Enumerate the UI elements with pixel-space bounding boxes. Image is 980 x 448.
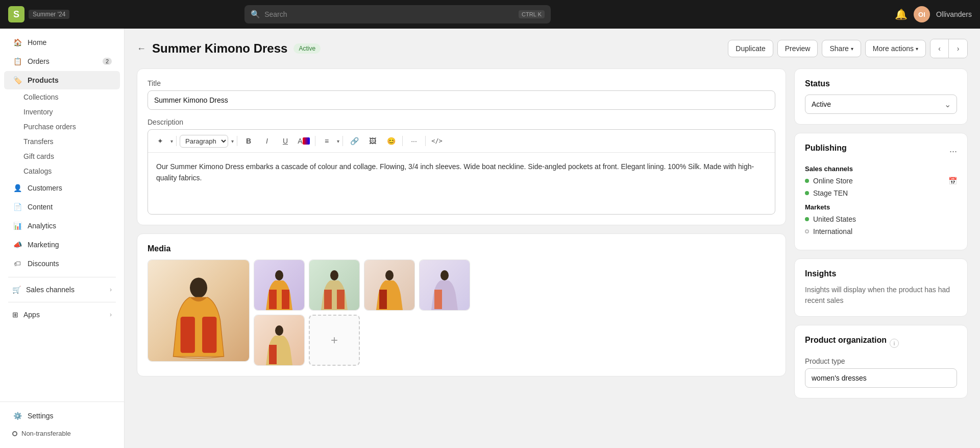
product-org-title: Product organization: [805, 336, 887, 345]
bold-button[interactable]: B: [240, 134, 257, 148]
link-button[interactable]: 🔗: [346, 134, 362, 148]
publishing-more-button[interactable]: ···: [949, 146, 957, 157]
sidebar-item-content[interactable]: 📄 Content: [4, 198, 120, 216]
share-chevron-icon: ▾: [851, 46, 853, 52]
sidebar-sub-catalogs[interactable]: Catalogs: [23, 164, 120, 178]
content-grid: Title Description ✦ ▾ Paragraph ▾: [137, 68, 968, 398]
sidebar-item-apps[interactable]: ⊞ Apps ›: [4, 306, 120, 323]
media-thumb-1[interactable]: [254, 260, 305, 311]
sidebar-item-settings[interactable]: ⚙️ Settings: [4, 407, 120, 425]
toolbar-separator-4: [342, 136, 343, 146]
sidebar-sub-gift-cards[interactable]: Gift cards: [23, 149, 120, 163]
orders-badge: 2: [103, 58, 112, 65]
sidebar-item-home[interactable]: 🏠 Home: [4, 33, 120, 52]
duplicate-button[interactable]: Duplicate: [728, 40, 773, 57]
status-title: Status: [805, 79, 957, 88]
add-media-icon: +: [331, 333, 338, 347]
svg-rect-10: [379, 290, 387, 309]
insights-title: Insights: [805, 269, 957, 278]
sidebar-divider-2: [8, 302, 116, 302]
sidebar-label-catalogs: Catalogs: [23, 167, 52, 175]
customers-icon: 👤: [12, 183, 22, 193]
sidebar-label-orders: Orders: [28, 57, 50, 65]
sidebar-sub-collections[interactable]: Collections: [23, 90, 120, 104]
status-select[interactable]: Active Draft Archived: [805, 95, 957, 114]
status-card: Status Active Draft Archived: [794, 68, 968, 125]
notification-bell-icon[interactable]: 🔔: [895, 8, 908, 20]
media-main-image[interactable]: [148, 260, 250, 362]
online-store-label: Online Store: [813, 177, 853, 185]
summer-badge: Summer '24: [29, 10, 69, 19]
header-actions: Duplicate Preview Share ▾ More actions ▾…: [728, 39, 968, 58]
search-bar[interactable]: 🔍 CTRL K: [244, 5, 551, 23]
shopify-icon: S: [8, 6, 24, 22]
publishing-header: Publishing ···: [805, 144, 957, 159]
right-column: Status Active Draft Archived Publishing …: [794, 68, 968, 398]
avatar: Ol: [914, 6, 930, 22]
align-button[interactable]: ≡: [318, 134, 335, 148]
apps-chevron-icon: ›: [110, 311, 112, 318]
more-button[interactable]: ···: [406, 134, 422, 148]
sidebar-sub-inventory[interactable]: Inventory: [23, 105, 120, 119]
non-transferable-dot-icon: [12, 431, 17, 436]
store-name: Ollivanders: [936, 10, 972, 18]
svg-point-9: [385, 270, 394, 280]
media-thumb-5[interactable]: [254, 315, 305, 366]
channel-stage-ten: Stage TEN: [805, 189, 957, 197]
sidebar-item-analytics[interactable]: 📊 Analytics: [4, 217, 120, 235]
emoji-button[interactable]: 😊: [383, 134, 399, 148]
sidebar-item-non-transferable[interactable]: Non-transferable: [4, 426, 120, 441]
underline-button[interactable]: U: [277, 134, 293, 148]
toolbar-separator-5: [402, 136, 403, 146]
sidebar-item-discounts[interactable]: 🏷 Discounts: [4, 254, 120, 273]
next-button[interactable]: ›: [949, 39, 967, 58]
sidebar-label-sales-channels: Sales channels: [26, 286, 75, 294]
media-thumb-4[interactable]: [419, 260, 470, 311]
media-label: Media: [148, 244, 775, 253]
media-add-button[interactable]: +: [309, 315, 360, 366]
stage-ten-active-dot: [805, 191, 809, 195]
preview-button[interactable]: Preview: [777, 40, 818, 57]
sidebar-label-apps: Apps: [23, 311, 40, 319]
description-text[interactable]: Our Summer Kimono Dress embarks a cascad…: [148, 153, 775, 214]
paragraph-select[interactable]: Paragraph: [180, 135, 228, 148]
sidebar-divider: [8, 277, 116, 277]
page-header: ← Summer Kimono Dress Active Duplicate P…: [137, 39, 968, 58]
sidebar-sub-transfers[interactable]: Transfers: [23, 134, 120, 149]
back-button[interactable]: ←: [137, 43, 146, 54]
code-button[interactable]: </>: [429, 134, 445, 148]
prev-button[interactable]: ‹: [930, 39, 949, 58]
magic-wand-button[interactable]: ✦: [152, 134, 168, 148]
search-input[interactable]: [264, 10, 514, 18]
us-label: United States: [813, 215, 856, 223]
svg-rect-8: [337, 290, 345, 309]
share-button[interactable]: Share ▾: [822, 40, 861, 57]
main-content: ← Summer Kimono Dress Active Duplicate P…: [125, 29, 980, 448]
settings-icon: ⚙️: [12, 411, 22, 421]
title-input[interactable]: [148, 90, 775, 110]
product-type-input[interactable]: [805, 368, 957, 388]
sidebar-item-products[interactable]: 🏷️ Products: [4, 71, 120, 89]
sidebar-label-discounts: Discounts: [28, 260, 59, 268]
media-thumb-3[interactable]: [364, 260, 415, 311]
image-button[interactable]: 🖼: [364, 134, 381, 148]
svg-rect-2: [202, 317, 216, 353]
svg-rect-4: [269, 290, 277, 309]
sidebar-item-marketing[interactable]: 📣 Marketing: [4, 235, 120, 254]
sidebar-label-analytics: Analytics: [28, 222, 56, 230]
font-color-button[interactable]: A: [296, 134, 312, 148]
color-swatch: [303, 137, 310, 145]
sidebar-item-sales-channels[interactable]: 🛒 Sales channels ›: [4, 281, 120, 298]
media-thumb-2[interactable]: [309, 260, 360, 311]
share-label: Share: [829, 44, 848, 53]
sidebar-item-customers[interactable]: 👤 Customers: [4, 179, 120, 197]
sidebar-sub-purchase-orders[interactable]: Purchase orders: [23, 120, 120, 134]
international-inactive-dot: [805, 229, 809, 233]
title-label: Title: [148, 79, 775, 87]
italic-button[interactable]: I: [259, 134, 275, 148]
status-select-wrapper: Active Draft Archived: [805, 95, 957, 114]
sidebar-item-orders[interactable]: 📋 Orders 2: [4, 52, 120, 70]
markets-label: Markets: [805, 203, 957, 211]
insights-text: Insights will display when the product h…: [805, 285, 957, 306]
more-actions-button[interactable]: More actions ▾: [865, 40, 926, 57]
